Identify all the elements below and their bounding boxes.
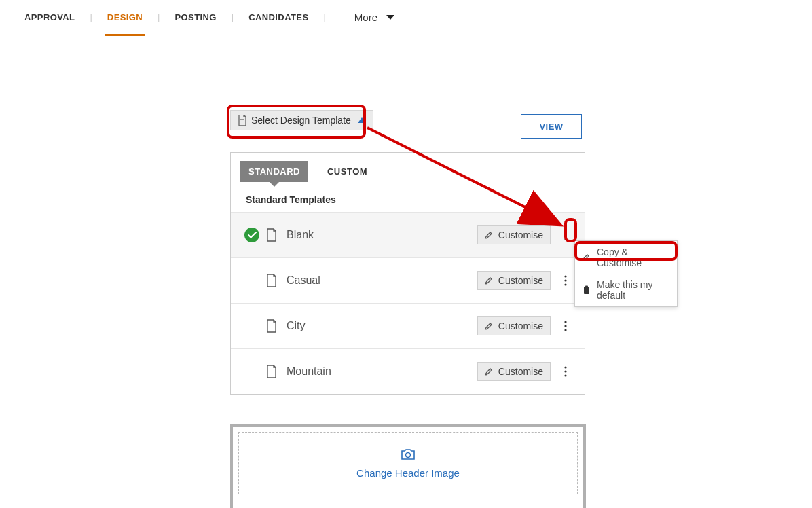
template-row[interactable]: Mountain Customise (231, 348, 585, 394)
brush-icon (485, 230, 494, 240)
sub-tabs: STANDARD CUSTOM (231, 153, 585, 182)
clipboard-icon (582, 285, 591, 295)
customise-button[interactable]: Customise (477, 362, 551, 381)
svg-point-10 (564, 366, 566, 368)
customise-button[interactable]: Customise (477, 316, 551, 335)
nav-tab-design[interactable]: DESIGN (100, 0, 149, 35)
more-dropdown[interactable]: More (354, 12, 395, 24)
template-panel: STANDARD CUSTOM Standard Templates Blank… (230, 152, 585, 395)
more-options-button[interactable] (557, 225, 574, 244)
brush-icon (485, 321, 494, 331)
template-name: Mountain (287, 365, 470, 378)
sub-tab-custom[interactable]: CUSTOM (319, 161, 375, 182)
sub-tab-standard[interactable]: STANDARD (240, 161, 308, 182)
more-options-button[interactable] (557, 362, 574, 381)
brush-icon (485, 367, 494, 376)
section-title: Standard Templates (231, 182, 585, 212)
svg-point-7 (564, 321, 566, 323)
svg-point-6 (564, 283, 566, 285)
svg-point-5 (564, 279, 566, 281)
nav-tab-posting[interactable]: POSTING (168, 0, 223, 35)
more-options-button[interactable] (557, 316, 574, 335)
change-header-link: Change Header Image (356, 467, 460, 479)
customise-button[interactable]: Customise (477, 225, 551, 244)
brush-icon (485, 276, 494, 285)
select-template-button[interactable]: Select Design Template (230, 110, 373, 130)
svg-point-16 (406, 452, 411, 457)
template-name: Casual (287, 274, 470, 287)
template-name: Blank (287, 229, 470, 241)
svg-point-2 (564, 234, 566, 236)
more-options-button[interactable] (557, 271, 574, 290)
document-icon (266, 228, 277, 242)
svg-point-3 (564, 238, 566, 240)
template-row[interactable]: Casual Customise (231, 257, 585, 303)
menu-make-default[interactable]: Make this my default (575, 274, 677, 306)
nav-tab-approval[interactable]: APPROVAL (18, 0, 81, 35)
svg-rect-14 (585, 286, 588, 288)
document-icon (238, 115, 247, 126)
svg-rect-13 (584, 287, 589, 294)
document-icon (266, 365, 277, 378)
svg-point-9 (564, 329, 566, 331)
template-name: City (287, 320, 470, 332)
svg-point-12 (564, 374, 566, 376)
row-actions-menu: Copy & Customise Make this my default (574, 240, 678, 307)
triangle-up-icon (358, 117, 366, 123)
svg-point-8 (564, 325, 566, 327)
customise-button[interactable]: Customise (477, 271, 551, 290)
menu-copy-customise[interactable]: Copy & Customise (575, 241, 677, 274)
design-preview-card: Change Header Image Graphic Designer Edi… (230, 424, 586, 508)
template-row[interactable]: Blank Customise (231, 212, 585, 257)
nav-tab-candidates[interactable]: CANDIDATES (242, 0, 315, 35)
chevron-down-icon (386, 12, 395, 24)
content-area: Select Design Template VIEW STANDARD CUS… (0, 35, 812, 69)
check-circle-icon (244, 228, 259, 242)
svg-point-4 (564, 275, 566, 277)
template-row[interactable]: City Customise (231, 303, 585, 348)
more-label: More (354, 12, 377, 23)
change-header-image[interactable]: Change Header Image (238, 432, 578, 494)
document-icon (266, 319, 277, 333)
svg-point-1 (564, 230, 566, 232)
view-button[interactable]: VIEW (521, 114, 582, 139)
document-icon (266, 274, 277, 287)
svg-point-11 (564, 370, 566, 372)
brush-icon (582, 253, 591, 262)
select-template-label: Select Design Template (251, 115, 351, 126)
top-nav: APPROVAL | DESIGN | POSTING | CANDIDATES… (0, 0, 812, 35)
camera-icon (401, 448, 416, 463)
